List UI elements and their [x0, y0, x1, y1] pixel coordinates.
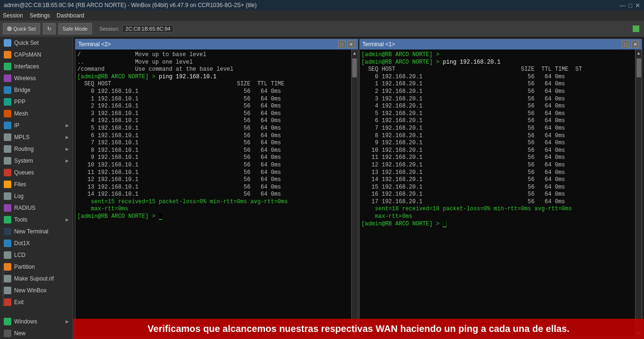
- sidebar-item-capsman[interactable]: CAPsMAN: [0, 49, 73, 60]
- sidebar-item-mpls[interactable]: MPLS▶: [0, 131, 73, 143]
- terminal-1-content[interactable]: [admin@RB ARCO NORTE] > [admin@RB ARCO N…: [360, 50, 636, 337]
- sidebar-item-bridge-label: Bridge: [14, 87, 31, 93]
- scrollbar-thumb[interactable]: [352, 58, 357, 77]
- sidebar-item-radius[interactable]: RADIUS: [0, 202, 73, 214]
- terminal-2-title: Terminal <2>: [78, 41, 111, 48]
- dot1x-icon: [4, 240, 11, 247]
- titlebar-controls[interactable]: — □ ✕: [619, 2, 640, 9]
- t2-line-4: [admin@RB ARCO NORTE] > ping 192.168.10.…: [77, 74, 349, 81]
- sidebar-item-partition-label: Partition: [14, 264, 35, 270]
- sidebar-item-ppp[interactable]: PPP: [0, 96, 73, 107]
- sidebar-item-windows-label: Windows: [14, 318, 37, 325]
- t1-line-11: 7 192.168.20.1 56 64 0ms: [362, 125, 634, 132]
- terminal-1-controls[interactable]: □ ✕: [622, 41, 639, 48]
- t1-line-2: [admin@RB ARCO NORTE] > ping 192.168.20.…: [362, 59, 634, 66]
- terminal-1-close-button[interactable]: ✕: [631, 41, 639, 48]
- t1-line-6: 2 192.168.20.1 56 64 0ms: [362, 88, 634, 96]
- terminal-1-restore-button[interactable]: □: [622, 41, 629, 48]
- sidebar-item-mesh-label: Mesh: [14, 110, 28, 117]
- terminal-2-controls[interactable]: □ ✕: [338, 41, 355, 48]
- t1-scrollbar-thumb[interactable]: [636, 58, 641, 77]
- quick-set-button[interactable]: Quick Set: [3, 23, 40, 34]
- mesh-icon: [4, 110, 11, 117]
- sidebar-item-queues[interactable]: Queues: [0, 166, 73, 178]
- t1-line-12: 8 192.168.20.1 56 64 0ms: [362, 132, 634, 140]
- sidebar-item-new-label: New: [14, 330, 25, 337]
- sidebar-item-routing[interactable]: Routing▶: [0, 143, 73, 155]
- sidebar-item-tools[interactable]: Tools▶: [0, 214, 73, 225]
- sidebar-item-new-winbox-label: New WinBox: [14, 287, 47, 294]
- sidebar-item-wireless[interactable]: Wireless: [0, 72, 73, 84]
- t1-max-rtt: max-rtt=0ms: [362, 213, 634, 221]
- terminal-1-window: Terminal <1> □ ✕ [admin@RB ARCO NORTE] >…: [359, 39, 643, 337]
- sidebar-item-log-label: Log: [14, 193, 24, 199]
- routing-chevron: ▶: [66, 147, 69, 151]
- sidebar-item-exit-label: Exit: [14, 299, 24, 306]
- t2-line-3: /command Use command at the base level: [77, 66, 349, 74]
- files-icon: [4, 181, 11, 188]
- terminal-1-title: Terminal <1>: [363, 41, 395, 48]
- t1-scroll-up-arrow[interactable]: ▲: [636, 50, 642, 57]
- terminal-2-close-button[interactable]: ✕: [347, 41, 355, 48]
- sidebar-item-wireless-label: Wireless: [14, 75, 36, 82]
- toolbar: Quick Set ↻ Safe Mode Session: 2C:C8:1B:…: [0, 21, 644, 37]
- sidebar-item-dot1x[interactable]: Dot1X: [0, 237, 73, 249]
- sidebar-item-lcd-label: LCD: [14, 252, 25, 258]
- t2-line-17: 11 192.168.10.1 56 64 0ms: [77, 169, 349, 177]
- sidebar-item-new-winbox[interactable]: New WinBox: [0, 284, 73, 296]
- refresh-icon: ↻: [47, 26, 51, 32]
- sidebar-item-mesh[interactable]: Mesh: [0, 107, 73, 119]
- sidebar-item-partition[interactable]: Partition: [0, 261, 73, 273]
- t2-line-12: 6 192.168.10.1 56 64 0ms: [77, 132, 349, 140]
- sidebar-item-exit[interactable]: Exit: [0, 296, 73, 308]
- terminal-2-restore-button[interactable]: □: [338, 41, 346, 48]
- sidebar-item-quick-set[interactable]: Quick Set: [0, 37, 73, 49]
- menu-dashboard[interactable]: Dashboard: [57, 12, 84, 19]
- safe-mode-button[interactable]: Safe Mode: [58, 23, 92, 34]
- sidebar-item-queues-label: Queues: [14, 169, 34, 176]
- mpls-chevron: ▶: [66, 135, 69, 140]
- sidebar-item-windows[interactable]: Windows ▶: [0, 315, 73, 327]
- sidebar-item-new[interactable]: New: [0, 327, 73, 339]
- t2-line-14: 8 192.168.10.1 56 64 0ms: [77, 147, 349, 155]
- windows-chevron: ▶: [66, 319, 69, 324]
- terminal-1-titlebar: Terminal <1> □ ✕: [360, 39, 642, 50]
- maximize-button[interactable]: □: [628, 2, 632, 9]
- sidebar-item-bridge[interactable]: Bridge: [0, 84, 73, 96]
- close-button[interactable]: ✕: [635, 2, 640, 9]
- menu-settings[interactable]: Settings: [30, 12, 50, 19]
- t2-line-5: SEQ HOST SIZE TTL TIME: [77, 81, 349, 88]
- ppp-icon: [4, 98, 11, 106]
- terminal-1-scrollbar[interactable]: ▲ ▼: [635, 50, 642, 337]
- t1-line-4: 0 192.168.20.1 56 64 0ms: [362, 74, 634, 81]
- t1-line-8: 4 192.168.20.1 56 64 0ms: [362, 103, 634, 110]
- sidebar-item-log[interactable]: Log: [0, 190, 73, 202]
- t2-line-7: 1 192.168.10.1 56 64 0ms: [77, 96, 349, 103]
- log-icon: [4, 192, 11, 200]
- sidebar-item-make-supout[interactable]: Make Supout.rif: [0, 273, 73, 284]
- sidebar-item-interfaces[interactable]: Interfaces: [0, 60, 73, 72]
- t1-line-9: 5 192.168.20.1 56 64 0ms: [362, 110, 634, 118]
- t2-max-rtt: max-rtt=0ms: [77, 206, 349, 213]
- sidebar-item-files-label: Files: [14, 181, 26, 188]
- sidebar-items: Quick SetCAPsMANInterfacesWirelessBridge…: [0, 37, 73, 308]
- menu-session[interactable]: Session: [3, 12, 23, 19]
- minimize-button[interactable]: —: [619, 2, 626, 9]
- sidebar-item-system-label: System: [14, 157, 33, 164]
- sidebar-item-radius-label: RADIUS: [14, 205, 35, 211]
- subtitle-text: Verificamos que alcancemos nuestras resp…: [148, 323, 570, 334]
- scroll-up-arrow[interactable]: ▲: [351, 50, 357, 57]
- sidebar-item-ip[interactable]: IP▶: [0, 119, 73, 131]
- t1-line-5: 1 192.168.20.1 56 64 0ms: [362, 81, 634, 88]
- terminal-2-scrollbar[interactable]: ▲ ▼: [351, 50, 358, 337]
- refresh-button[interactable]: ↻: [43, 23, 56, 34]
- sidebar-item-files[interactable]: Files: [0, 178, 73, 190]
- sidebar-item-new-terminal[interactable]: New Terminal: [0, 225, 73, 237]
- content-area: Terminal <2> □ ✕ / Move up to base level…: [73, 37, 644, 339]
- terminal-2-content[interactable]: / Move up to base level .. Move up one l…: [75, 50, 351, 337]
- sidebar-item-lcd[interactable]: LCD: [0, 249, 73, 261]
- sidebar-item-ip-label: IP: [14, 122, 19, 129]
- wireless-icon: [4, 74, 11, 82]
- ip-icon: [4, 122, 11, 129]
- sidebar-item-system[interactable]: System▶: [0, 155, 73, 166]
